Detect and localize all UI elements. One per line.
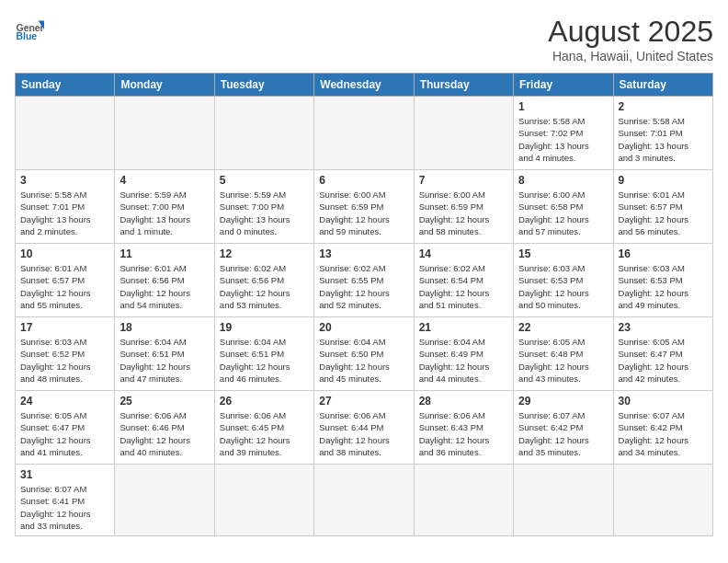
calendar-cell: 26Sunrise: 6:06 AM Sunset: 6:45 PM Dayli… (214, 391, 313, 465)
month-title: August 2025 (548, 15, 713, 49)
calendar-cell (16, 97, 115, 170)
day-info: Sunrise: 6:05 AM Sunset: 6:47 PM Dayligh… (619, 336, 708, 385)
day-info: Sunrise: 6:02 AM Sunset: 6:55 PM Dayligh… (319, 262, 408, 311)
calendar-cell (613, 465, 712, 536)
day-info: Sunrise: 5:59 AM Sunset: 7:00 PM Dayligh… (119, 189, 209, 237)
day-info: Sunrise: 6:04 AM Sunset: 6:51 PM Dayligh… (220, 336, 309, 385)
day-number: 1 (518, 100, 608, 113)
day-number: 13 (319, 247, 408, 260)
calendar-week-row: 1Sunrise: 5:58 AM Sunset: 7:02 PM Daylig… (16, 97, 713, 170)
calendar-cell: 8Sunrise: 6:00 AM Sunset: 6:58 PM Daylig… (514, 170, 613, 244)
day-number: 18 (119, 321, 209, 334)
day-number: 12 (220, 247, 309, 260)
calendar-week-row: 3Sunrise: 5:58 AM Sunset: 7:01 PM Daylig… (16, 170, 713, 244)
day-number: 20 (319, 321, 408, 334)
calendar-cell: 25Sunrise: 6:06 AM Sunset: 6:46 PM Dayli… (115, 391, 214, 465)
day-info: Sunrise: 6:07 AM Sunset: 6:42 PM Dayligh… (518, 409, 608, 458)
calendar-cell: 24Sunrise: 6:05 AM Sunset: 6:47 PM Dayli… (16, 391, 115, 465)
day-number: 25 (119, 395, 209, 408)
calendar-cell: 31Sunrise: 6:07 AM Sunset: 6:41 PM Dayli… (16, 465, 115, 536)
day-info: Sunrise: 6:04 AM Sunset: 6:50 PM Dayligh… (319, 336, 408, 385)
day-info: Sunrise: 6:05 AM Sunset: 6:47 PM Dayligh… (20, 409, 109, 458)
calendar-cell (314, 97, 414, 170)
day-number: 17 (20, 321, 109, 334)
calendar-cell: 1Sunrise: 5:58 AM Sunset: 7:02 PM Daylig… (514, 97, 613, 170)
calendar-week-row: 24Sunrise: 6:05 AM Sunset: 6:47 PM Dayli… (16, 391, 713, 465)
day-info: Sunrise: 6:04 AM Sunset: 6:49 PM Dayligh… (419, 336, 508, 385)
day-number: 28 (419, 395, 508, 408)
calendar-cell: 9Sunrise: 6:01 AM Sunset: 6:57 PM Daylig… (613, 170, 712, 244)
day-info: Sunrise: 6:06 AM Sunset: 6:45 PM Dayligh… (220, 409, 309, 458)
calendar-cell: 16Sunrise: 6:03 AM Sunset: 6:53 PM Dayli… (613, 244, 712, 317)
calendar-cell: 21Sunrise: 6:04 AM Sunset: 6:49 PM Dayli… (414, 317, 513, 391)
day-number: 6 (319, 174, 408, 187)
calendar-cell: 14Sunrise: 6:02 AM Sunset: 6:54 PM Dayli… (414, 244, 513, 317)
calendar-cell: 20Sunrise: 6:04 AM Sunset: 6:50 PM Dayli… (314, 317, 414, 391)
weekday-header: Wednesday (314, 74, 414, 97)
calendar-cell (115, 465, 214, 536)
calendar-cell (214, 97, 313, 170)
calendar-cell: 2Sunrise: 5:58 AM Sunset: 7:01 PM Daylig… (613, 97, 712, 170)
day-info: Sunrise: 6:07 AM Sunset: 6:42 PM Dayligh… (619, 409, 708, 458)
calendar-cell: 6Sunrise: 6:00 AM Sunset: 6:59 PM Daylig… (314, 170, 414, 244)
calendar-cell (314, 465, 414, 536)
day-info: Sunrise: 6:00 AM Sunset: 6:58 PM Dayligh… (518, 189, 608, 237)
calendar-cell (414, 97, 513, 170)
location-subtitle: Hana, Hawaii, United States (548, 49, 713, 63)
day-info: Sunrise: 6:03 AM Sunset: 6:52 PM Dayligh… (20, 336, 109, 385)
day-number: 14 (419, 247, 508, 260)
day-number: 5 (220, 174, 309, 187)
calendar-cell: 3Sunrise: 5:58 AM Sunset: 7:01 PM Daylig… (16, 170, 115, 244)
day-info: Sunrise: 6:06 AM Sunset: 6:43 PM Dayligh… (419, 409, 508, 458)
calendar-cell: 4Sunrise: 5:59 AM Sunset: 7:00 PM Daylig… (115, 170, 214, 244)
calendar-cell: 28Sunrise: 6:06 AM Sunset: 6:43 PM Dayli… (414, 391, 513, 465)
day-number: 2 (619, 100, 708, 113)
calendar-cell: 13Sunrise: 6:02 AM Sunset: 6:55 PM Dayli… (314, 244, 414, 317)
day-number: 31 (20, 468, 109, 481)
day-number: 22 (518, 321, 608, 334)
weekday-header: Thursday (414, 74, 513, 97)
day-number: 3 (20, 174, 109, 187)
title-block: August 2025 Hana, Hawaii, United States (548, 15, 713, 63)
calendar-cell: 19Sunrise: 6:04 AM Sunset: 6:51 PM Dayli… (214, 317, 313, 391)
calendar-table: SundayMondayTuesdayWednesdayThursdayFrid… (15, 73, 713, 536)
svg-text:Blue: Blue (17, 31, 38, 41)
calendar-cell: 17Sunrise: 6:03 AM Sunset: 6:52 PM Dayli… (16, 317, 115, 391)
day-number: 30 (619, 395, 708, 408)
day-info: Sunrise: 6:03 AM Sunset: 6:53 PM Dayligh… (518, 262, 608, 311)
day-number: 8 (518, 174, 608, 187)
day-number: 24 (20, 395, 109, 408)
day-number: 26 (220, 395, 309, 408)
weekday-header: Tuesday (214, 74, 313, 97)
day-number: 10 (20, 247, 109, 260)
day-info: Sunrise: 5:58 AM Sunset: 7:01 PM Dayligh… (619, 115, 708, 164)
weekday-header: Friday (514, 74, 613, 97)
calendar-cell: 29Sunrise: 6:07 AM Sunset: 6:42 PM Dayli… (514, 391, 613, 465)
day-number: 23 (619, 321, 708, 334)
day-number: 29 (518, 395, 608, 408)
day-info: Sunrise: 6:03 AM Sunset: 6:53 PM Dayligh… (619, 262, 708, 311)
weekday-header: Sunday (16, 74, 115, 97)
calendar-body: 1Sunrise: 5:58 AM Sunset: 7:02 PM Daylig… (16, 97, 713, 536)
calendar-week-row: 10Sunrise: 6:01 AM Sunset: 6:57 PM Dayli… (16, 244, 713, 317)
calendar-cell: 23Sunrise: 6:05 AM Sunset: 6:47 PM Dayli… (613, 317, 712, 391)
calendar-header-row: SundayMondayTuesdayWednesdayThursdayFrid… (16, 74, 713, 97)
day-number: 7 (419, 174, 508, 187)
calendar-cell (514, 465, 613, 536)
calendar-cell: 7Sunrise: 6:00 AM Sunset: 6:59 PM Daylig… (414, 170, 513, 244)
day-number: 21 (419, 321, 508, 334)
day-info: Sunrise: 6:00 AM Sunset: 6:59 PM Dayligh… (319, 189, 408, 237)
day-number: 27 (319, 395, 408, 408)
day-number: 4 (119, 174, 209, 187)
day-info: Sunrise: 5:58 AM Sunset: 7:01 PM Dayligh… (20, 189, 109, 237)
day-info: Sunrise: 5:58 AM Sunset: 7:02 PM Dayligh… (518, 115, 608, 164)
calendar-cell: 18Sunrise: 6:04 AM Sunset: 6:51 PM Dayli… (115, 317, 214, 391)
logo: General Blue (15, 15, 44, 44)
day-info: Sunrise: 6:06 AM Sunset: 6:44 PM Dayligh… (319, 409, 408, 458)
calendar-cell (214, 465, 313, 536)
day-info: Sunrise: 6:01 AM Sunset: 6:57 PM Dayligh… (619, 189, 708, 237)
calendar-week-row: 17Sunrise: 6:03 AM Sunset: 6:52 PM Dayli… (16, 317, 713, 391)
day-info: Sunrise: 5:59 AM Sunset: 7:00 PM Dayligh… (220, 189, 309, 237)
day-info: Sunrise: 6:07 AM Sunset: 6:41 PM Dayligh… (20, 483, 109, 532)
day-info: Sunrise: 6:04 AM Sunset: 6:51 PM Dayligh… (119, 336, 209, 385)
